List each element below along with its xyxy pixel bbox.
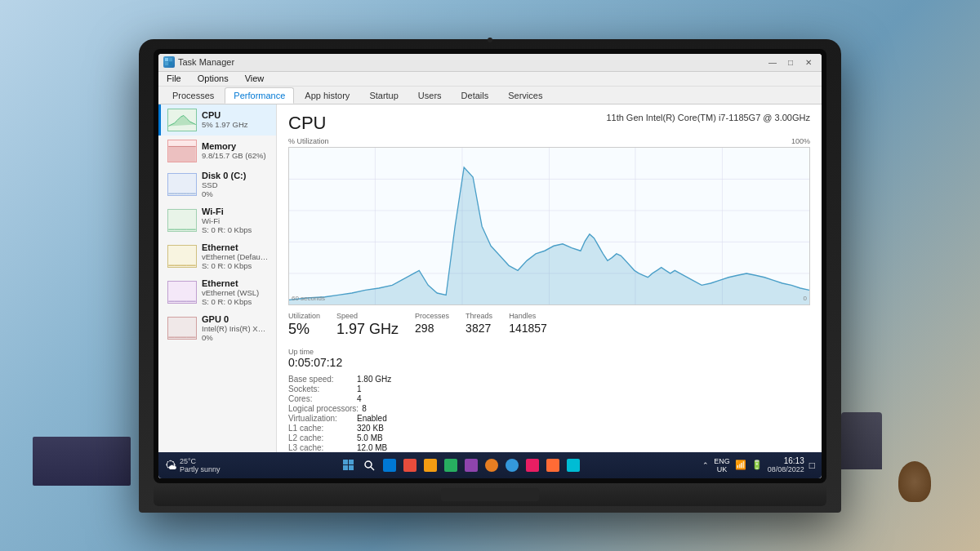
taskmanager-window: Task Manager — □ ✕ File Options View [158,54,822,478]
svg-rect-4 [168,146,195,162]
window-title: Task Manager [178,57,234,67]
book-stack [33,437,131,486]
taskbar-icon-1[interactable] [381,456,399,474]
battery-icon: 🔋 [751,460,763,470]
graph-time-label: 60 seconds [292,295,325,302]
menu-view[interactable]: View [242,73,268,84]
svg-rect-21 [343,465,348,470]
taskbar-icon-5[interactable] [462,456,480,474]
gpu-item-name: GPU 0 [202,314,270,324]
gpu-item-detail1: Intel(R) Iris(R) Xe Grap... [202,324,270,333]
graph-zero-label: 0 [804,295,807,302]
pencil-cup [841,412,882,469]
search-button[interactable] [360,456,378,474]
eth1-item-detail2: S: 0 R: 0 Kbps [202,261,270,270]
tab-processes[interactable]: Processes [163,87,223,104]
tab-startup[interactable]: Startup [360,87,407,104]
taskbar-icon-8[interactable] [523,456,541,474]
maximize-button[interactable]: □ [782,56,799,68]
notification-icon[interactable]: □ [809,460,815,471]
cpu-item-detail: 5% 1.97 GHz [202,120,270,129]
tab-users[interactable]: Users [409,87,451,104]
search-icon [363,460,375,471]
l2-row: L2 cache: 5.0 MB [288,433,391,442]
weather-detail: 25°C Partly sunny [180,457,220,473]
menu-options[interactable]: Options [194,73,232,84]
eth2-mini-graph [167,281,197,304]
taskbar-icon-4[interactable] [442,456,460,474]
wifi-item-info: Wi-Fi Wi-Fi S: 0 R: 0 Kbps [202,207,270,234]
tab-bar: Processes Performance App history Startu… [158,87,822,104]
time-display: 16:13 [784,456,804,465]
eth2-item-info: Ethernet vEthernet (WSL) S: 0 R: 0 Kbps [202,278,270,306]
menu-file[interactable]: File [163,73,185,84]
l1-val: 320 KB [357,424,384,433]
handles-value: 141857 [509,322,547,335]
logical-key: Logical processors: [288,404,359,413]
l2-key: L2 cache: [288,433,354,442]
svg-rect-2 [165,62,168,65]
taskbar-icon-9[interactable] [544,456,562,474]
sidebar-item-wifi[interactable]: Wi-Fi Wi-Fi S: 0 R: 0 Kbps [158,202,276,238]
tab-services[interactable]: Services [499,87,551,104]
taskbar-icon-2[interactable] [401,456,419,474]
speed-stat: Speed 1.97 GHz [336,312,399,338]
laptop: Task Manager — □ ✕ File Options View [139,39,841,513]
svg-rect-20 [349,460,354,464]
cpu-item-info: CPU 5% 1.97 GHz [202,110,270,129]
svg-rect-3 [169,62,172,65]
utilization-label: Utilization [288,312,320,320]
disk-item-detail1: SSD [202,180,270,189]
disk-mini-graph [167,173,197,196]
taskbar-icon-3[interactable] [421,456,439,474]
sidebar: CPU 5% 1.97 GHz [158,104,277,460]
window-controls: — □ ✕ [764,56,817,68]
trackpad[interactable] [441,488,539,501]
base-speed-row: Base speed: 1.80 GHz [288,375,391,384]
memory-item-name: Memory [202,141,270,151]
eth1-item-info: Ethernet vEthernet (Default Swi... S: 0 … [202,242,270,270]
svg-rect-22 [349,465,354,470]
cpu-graph-container: 60 seconds 0 [288,147,810,305]
svg-point-23 [365,461,372,468]
start-button[interactable] [340,456,358,474]
tab-details[interactable]: Details [452,87,498,104]
eth1-item-detail1: vEthernet (Default Swi... [202,252,270,261]
logical-val: 8 [362,404,367,413]
cores-val: 4 [357,394,362,403]
sockets-key: Sockets: [288,384,354,393]
taskbar-icon-7[interactable] [503,456,521,474]
handles-stat: Handles 141857 [509,312,547,338]
weather-widget[interactable]: 🌤 25°C Partly sunny [165,457,220,473]
clock-display: 16:13 08/08/2022 [768,456,804,473]
tab-apphistory[interactable]: App history [296,87,359,104]
svg-rect-0 [165,58,168,61]
cpu-panel-title: CPU [288,113,326,134]
sidebar-item-gpu[interactable]: GPU 0 Intel(R) Iris(R) Xe Grap... 0% [158,310,276,346]
disk-item-name: Disk 0 (C:) [202,171,270,180]
l3-key: L3 cache: [288,443,354,452]
title-bar: Task Manager — □ ✕ [158,54,822,72]
processes-label: Processes [415,312,449,320]
windows-icon [343,460,354,471]
date-display: 08/08/2022 [768,465,804,473]
speed-value: 1.97 GHz [336,322,399,338]
taskbar-icon-6[interactable] [483,456,501,474]
eth2-item-detail2: S: 0 R: 0 Kbps [202,297,270,306]
threads-value: 3827 [466,322,492,335]
taskbar-icon-10[interactable] [564,456,582,474]
tab-performance[interactable]: Performance [225,87,294,104]
eth1-item-name: Ethernet [202,242,270,252]
minimize-button[interactable]: — [764,56,781,68]
sidebar-item-ethernet2[interactable]: Ethernet vEthernet (WSL) S: 0 R: 0 Kbps [158,274,276,310]
close-button[interactable]: ✕ [800,56,817,68]
sidebar-item-disk[interactable]: Disk 0 (C:) SSD 0% [158,167,276,202]
sidebar-item-memory[interactable]: Memory 9.8/15.7 GB (62%) [158,136,276,167]
sidebar-item-cpu[interactable]: CPU 5% 1.97 GHz [158,104,276,136]
laptop-camera [488,38,492,42]
sidebar-item-ethernet1[interactable]: Ethernet vEthernet (Default Swi... S: 0 … [158,238,276,274]
system-tray-arrow[interactable]: ⌃ [702,461,709,469]
weather-temp: 25°C [180,457,220,465]
sockets-val: 1 [357,384,362,393]
cpu-model-text: 11th Gen Intel(R) Core(TM) i7-1185G7 @ 3… [606,113,810,122]
